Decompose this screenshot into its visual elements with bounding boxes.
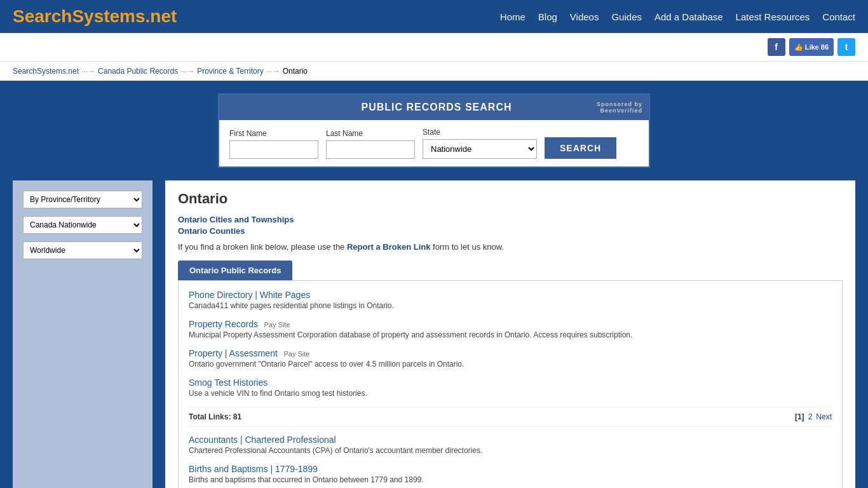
- search-button[interactable]: SEARCH: [545, 137, 616, 159]
- record-title-births[interactable]: Births and Baptisms | 1779-1899: [189, 464, 318, 474]
- nav-guides[interactable]: Guides: [611, 11, 642, 22]
- ontario-links: Ontario Cities and Townships Ontario Cou…: [178, 215, 843, 236]
- record-title-phone[interactable]: Phone Directory | White Pages: [189, 290, 310, 300]
- page-links: [1] 2 Next: [795, 412, 832, 421]
- first-name-input[interactable]: [229, 140, 318, 159]
- breadcrumb-canada[interactable]: Canada Public Records: [98, 67, 178, 76]
- nav-latest-resources[interactable]: Latest Resources: [736, 11, 810, 22]
- record-desc-smog: Use a vehicle VIN to find Ontario smog t…: [189, 389, 832, 398]
- record-badge-assessment: Pay Site: [283, 350, 309, 358]
- main-nav: Home Blog Videos Guides Add a Database L…: [500, 11, 855, 22]
- last-name-input[interactable]: [326, 140, 415, 159]
- first-name-group: First Name: [229, 129, 318, 159]
- main-wrapper: PUBLIC RECORDS SEARCH Sponsored by BeenV…: [0, 81, 868, 488]
- worldwide-select[interactable]: Worldwide United States Canada United Ki…: [23, 241, 142, 259]
- nav-blog[interactable]: Blog: [538, 11, 557, 22]
- record-item-assessment: Property | Assessment Pay Site Ontario g…: [189, 348, 832, 369]
- record-item-phone: Phone Directory | White Pages Canada411 …: [189, 290, 832, 310]
- record-item-births: Births and Baptisms | 1779-1899 Births a…: [189, 464, 832, 484]
- first-name-label: First Name: [229, 129, 318, 138]
- total-links: Total Links: 81: [189, 412, 241, 421]
- pagination-row: Total Links: 81 [1] 2 Next: [189, 407, 832, 427]
- nav-videos[interactable]: Videos: [570, 11, 599, 22]
- header: SearchSystems.net Home Blog Videos Guide…: [0, 0, 868, 33]
- twitter-icon[interactable]: t: [837, 38, 855, 56]
- logo-text: SearchSystems: [13, 6, 146, 26]
- breadcrumb: SearchSystems.net ···→ Canada Public Rec…: [0, 61, 868, 81]
- record-item-smog: Smog Test Histories Use a vehicle VIN to…: [189, 377, 832, 398]
- record-desc-assessment: Ontario government "Ontario Parcel" acce…: [189, 360, 832, 369]
- record-title-property[interactable]: Property Records: [189, 319, 258, 329]
- breadcrumb-sep-2: ···→: [180, 67, 194, 76]
- record-desc-births: Births and baptisms that occurred in Ont…: [189, 475, 832, 484]
- cities-townships-link[interactable]: Ontario Cities and Townships: [178, 215, 843, 224]
- record-item-property: Property Records Pay Site Municipal Prop…: [189, 319, 832, 339]
- breadcrumb-home[interactable]: SearchSystems.net: [13, 67, 79, 76]
- nav-contact[interactable]: Contact: [822, 11, 855, 22]
- canada-nationwide-select[interactable]: Canada Nationwide Alberta Ontario: [23, 216, 142, 234]
- sponsored-text: Sponsored by BeenVerified: [597, 101, 642, 114]
- record-item-accountants: Accountants | Chartered Professional Cha…: [189, 435, 832, 455]
- record-badge-property: Pay Site: [264, 321, 290, 329]
- logo-accent: .net: [146, 6, 177, 26]
- state-label: State: [423, 128, 537, 137]
- record-title-assessment[interactable]: Property | Assessment: [189, 348, 278, 358]
- report-broken-link[interactable]: Report a Broken Link: [347, 242, 430, 252]
- state-select[interactable]: Nationwide Alberta British Columbia Onta…: [423, 139, 537, 159]
- page-2[interactable]: 2: [808, 412, 813, 421]
- breadcrumb-sep-1: ···→: [81, 67, 95, 76]
- nav-add-database[interactable]: Add a Database: [654, 11, 723, 22]
- record-desc-property: Municipal Property Assessment Corporatio…: [189, 330, 832, 339]
- record-desc-accountants: Chartered Professional Accountants (CPA)…: [189, 446, 832, 455]
- site-logo[interactable]: SearchSystems.net: [13, 6, 177, 27]
- search-fields: First Name Last Name State Nationwide Al…: [219, 120, 649, 166]
- search-header: PUBLIC RECORDS SEARCH Sponsored by BeenV…: [219, 95, 649, 120]
- last-name-label: Last Name: [326, 129, 415, 138]
- state-group: State Nationwide Alberta British Columbi…: [423, 128, 537, 159]
- main-content: Ontario Ontario Cities and Townships Ont…: [165, 180, 855, 488]
- record-title-accountants[interactable]: Accountants | Chartered Professional: [189, 435, 336, 445]
- facebook-like-button[interactable]: 👍 Like 86: [789, 38, 834, 56]
- next-page[interactable]: Next: [816, 412, 832, 421]
- breadcrumb-province[interactable]: Province & Territory: [197, 67, 263, 76]
- breadcrumb-current: Ontario: [283, 67, 308, 76]
- record-desc-phone: Canada411 white pages residential phone …: [189, 301, 832, 310]
- province-territory-select[interactable]: By Province/Territory Alberta British Co…: [23, 191, 142, 208]
- page-title: Ontario: [178, 191, 843, 207]
- sidebar: By Province/Territory Alberta British Co…: [13, 180, 153, 488]
- social-bar: f 👍 Like 86 t: [0, 33, 868, 61]
- last-name-group: Last Name: [326, 129, 415, 159]
- facebook-icon[interactable]: f: [768, 38, 785, 56]
- counties-link[interactable]: Ontario Counties: [178, 226, 843, 236]
- broken-link-message: If you find a broken link below, please …: [178, 242, 843, 252]
- search-header-title: PUBLIC RECORDS SEARCH: [276, 102, 597, 113]
- record-title-smog[interactable]: Smog Test Histories: [189, 377, 268, 388]
- page-1[interactable]: [1]: [795, 412, 804, 421]
- search-widget: PUBLIC RECORDS SEARCH Sponsored by BeenV…: [218, 93, 650, 168]
- breadcrumb-sep-3: ···→: [266, 67, 280, 76]
- nav-home[interactable]: Home: [500, 11, 526, 22]
- records-tab[interactable]: Ontario Public Records: [178, 261, 292, 280]
- content-area: By Province/Territory Alberta British Co…: [13, 180, 855, 488]
- records-list: Phone Directory | White Pages Canada411 …: [178, 280, 843, 488]
